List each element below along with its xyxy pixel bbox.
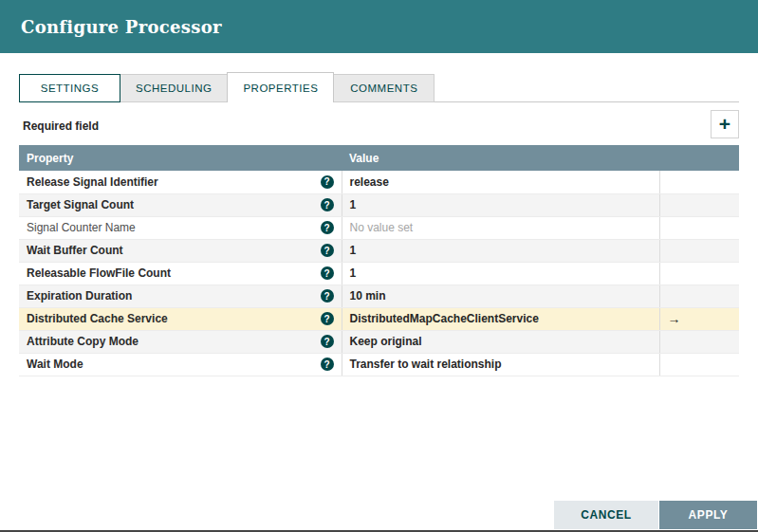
property-name: Wait Buffer Count — [27, 244, 123, 257]
help-icon[interactable]: ? — [321, 198, 334, 211]
tab-properties-label: PROPERTIES — [243, 83, 318, 94]
tab-settings[interactable]: SETTINGS — [19, 74, 120, 102]
tab-bar: SETTINGS SCHEDULING PROPERTIES COMMENTS — [19, 72, 739, 102]
help-icon[interactable]: ? — [321, 312, 334, 325]
tab-scheduling-label: SCHEDULING — [136, 83, 212, 94]
table-row[interactable]: Expiration Duration ? 10 min — [19, 284, 739, 307]
property-value[interactable]: No value set — [342, 216, 659, 239]
table-row[interactable]: Release Signal Identifier ? release — [19, 171, 739, 193]
column-header-action — [659, 145, 739, 171]
property-value[interactable]: 1 — [342, 262, 659, 284]
plus-icon: + — [719, 114, 730, 134]
help-icon[interactable]: ? — [321, 175, 334, 189]
properties-table: Property Value Release Signal Identifier… — [19, 145, 739, 376]
dialog-title: Configure Processor — [21, 17, 222, 37]
property-value[interactable]: 10 min — [342, 284, 659, 307]
property-name: Release Signal Identifier — [27, 175, 158, 189]
property-name: Attribute Copy Mode — [27, 335, 139, 348]
add-property-button[interactable]: + — [711, 110, 739, 138]
table-row[interactable]: Releasable FlowFile Count ? 1 — [19, 262, 739, 284]
property-value[interactable]: release — [342, 171, 659, 193]
property-value[interactable]: DistributedMapCacheClientService — [342, 307, 659, 330]
tab-settings-label: SETTINGS — [41, 83, 100, 94]
help-icon[interactable]: ? — [321, 266, 334, 280]
apply-button[interactable]: APPLY — [659, 501, 757, 529]
properties-table-body: Release Signal Identifier ? release Targ… — [19, 171, 739, 376]
go-to-service-icon[interactable]: → — [668, 311, 681, 326]
property-name: Expiration Duration — [27, 289, 132, 303]
column-header-property: Property — [19, 145, 342, 171]
table-row[interactable]: Distributed Cache Service ? DistributedM… — [19, 307, 739, 330]
property-name: Target Signal Count — [27, 198, 134, 211]
table-row[interactable]: Target Signal Count ? 1 — [19, 193, 739, 216]
property-value[interactable]: Transfer to wait relationship — [342, 353, 659, 376]
property-name: Releasable FlowFile Count — [27, 266, 171, 280]
tab-scheduling[interactable]: SCHEDULING — [120, 74, 228, 102]
tab-comments[interactable]: COMMENTS — [333, 74, 434, 102]
help-icon[interactable]: ? — [321, 335, 334, 348]
help-icon[interactable]: ? — [321, 221, 334, 234]
column-header-value: Value — [342, 145, 659, 171]
table-row[interactable]: Signal Counter Name ? No value set — [19, 216, 739, 239]
configure-processor-dialog: Configure Processor SETTINGS SCHEDULING … — [0, 0, 758, 532]
property-value[interactable]: 1 — [342, 239, 659, 262]
property-name: Distributed Cache Service — [27, 312, 168, 325]
help-icon[interactable]: ? — [321, 244, 334, 257]
property-name: Signal Counter Name — [27, 221, 136, 234]
table-row[interactable]: Wait Buffer Count ? 1 — [19, 239, 739, 262]
dialog-header: Configure Processor — [0, 0, 758, 53]
tab-comments-label: COMMENTS — [350, 83, 417, 94]
help-icon[interactable]: ? — [321, 289, 334, 303]
table-header-row: Property Value — [19, 145, 739, 171]
property-name: Wait Mode — [27, 358, 83, 371]
property-value[interactable]: Keep original — [342, 330, 659, 353]
tab-properties[interactable]: PROPERTIES — [227, 72, 334, 102]
cancel-button[interactable]: CANCEL — [554, 501, 658, 529]
required-field-label: Required field — [23, 119, 99, 133]
table-row[interactable]: Wait Mode ? Transfer to wait relationshi… — [19, 353, 739, 376]
table-row[interactable]: Attribute Copy Mode ? Keep original — [19, 330, 739, 353]
help-icon[interactable]: ? — [321, 358, 334, 371]
property-value[interactable]: 1 — [342, 193, 659, 216]
